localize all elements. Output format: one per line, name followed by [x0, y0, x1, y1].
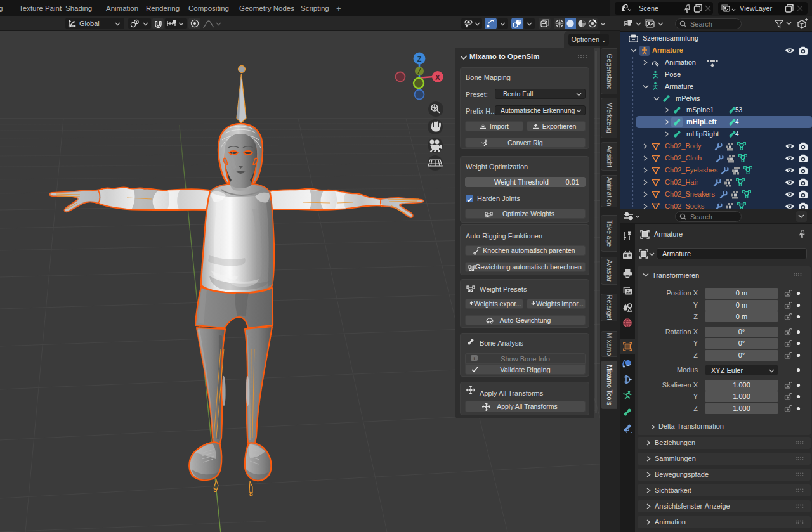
svg-text:X: X: [435, 74, 440, 81]
svg-text:i: i: [473, 356, 475, 361]
svg-text:Z: Z: [417, 55, 422, 63]
